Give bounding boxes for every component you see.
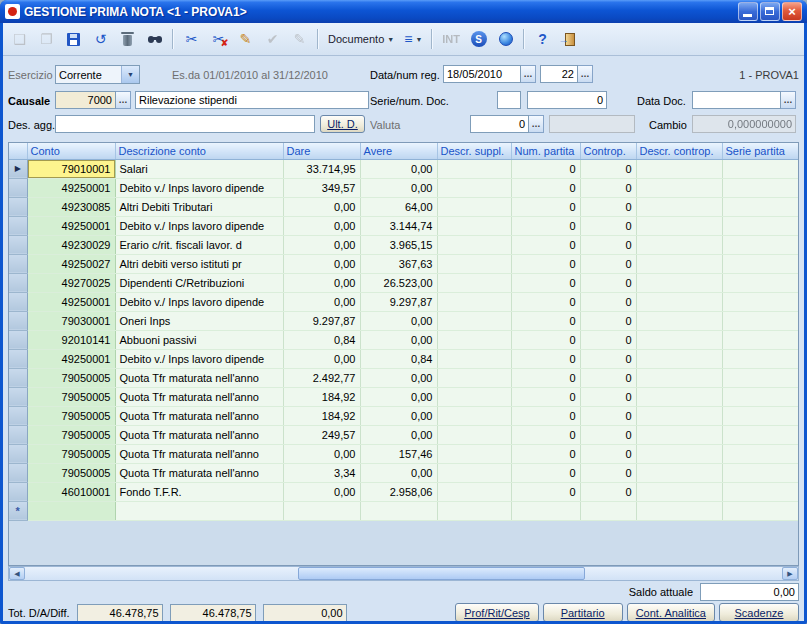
cell-dare[interactable]: 184,92 [283,406,360,425]
cell-serie-partita[interactable] [722,235,798,254]
cell-descrizione[interactable]: Abbuoni passivi [115,330,283,349]
cell-controp[interactable]: 0 [580,406,636,425]
cell-avere[interactable]: 3.144,74 [360,216,437,235]
col-header-descr-controp[interactable]: Descr. controp. [636,143,722,159]
cell-serie-partita[interactable] [722,159,798,178]
row-selector[interactable] [9,406,27,425]
row-selector[interactable] [9,387,27,406]
cell-avere[interactable]: 0,00 [360,368,437,387]
cell-conto[interactable]: 79050005 [27,444,115,463]
cell-num-partita[interactable]: 0 [511,159,580,178]
cell-num-partita[interactable]: 0 [511,330,580,349]
cell-serie-partita[interactable] [722,273,798,292]
cell-descrizione[interactable]: Quota Tfr maturata nell'anno [115,425,283,444]
delete-button[interactable] [115,27,140,51]
row-selector[interactable] [9,330,27,349]
scrollbar-track[interactable] [25,567,782,580]
table-row[interactable]: 79050005 Quota Tfr maturata nell'anno 0,… [9,444,798,463]
cell-descr-suppl[interactable] [437,235,511,254]
cell-descr-suppl[interactable] [437,197,511,216]
cell-dare[interactable]: 33.714,95 [283,159,360,178]
row-selector[interactable] [9,444,27,463]
cell-serie-partita[interactable] [722,501,798,520]
cell-num-partita[interactable]: 0 [511,311,580,330]
cell-avere[interactable]: 0,00 [360,330,437,349]
cell-descr-suppl[interactable] [437,216,511,235]
cell-serie-partita[interactable] [722,330,798,349]
cell-conto[interactable]: 79050005 [27,387,115,406]
cell-conto[interactable]: 46010001 [27,482,115,501]
s-button[interactable]: S [466,27,491,51]
row-selector[interactable] [9,197,27,216]
causale-lookup-button[interactable]: … [116,91,131,109]
row-selector[interactable] [9,368,27,387]
valuta-lookup-button[interactable]: … [529,115,544,133]
cell-dare[interactable]: 0,00 [283,235,360,254]
cell-descrizione[interactable]: Altri Debiti Tributari [115,197,283,216]
num-doc-input[interactable]: 0 [527,91,607,109]
col-header-serie-partita[interactable]: Serie partita [722,143,798,159]
cell-descr-controp[interactable] [636,235,722,254]
cell-conto[interactable]: 49250001 [27,178,115,197]
help-button[interactable]: ? [530,27,555,51]
cell-num-partita[interactable]: 0 [511,273,580,292]
cell-descrizione[interactable]: Quota Tfr maturata nell'anno [115,463,283,482]
cell-dare[interactable]: 0,00 [283,482,360,501]
causale-code-input[interactable]: 7000 [55,91,116,109]
cell-num-partita[interactable]: 0 [511,254,580,273]
cell-controp[interactable]: 0 [580,387,636,406]
cell-controp[interactable]: 0 [580,273,636,292]
row-selector[interactable] [9,463,27,482]
cell-num-partita[interactable]: 0 [511,463,580,482]
cell-avere[interactable]: 0,00 [360,159,437,178]
cell-controp[interactable]: 0 [580,254,636,273]
table-row[interactable]: 49230029 Erario c/rit. fiscali lavor. d … [9,235,798,254]
cell-descr-controp[interactable] [636,444,722,463]
cell-descr-suppl[interactable] [437,159,511,178]
data-doc-input[interactable] [692,91,781,109]
row-selector[interactable] [9,178,27,197]
scadenze-button[interactable]: Scadenze [719,603,799,621]
cell-controp[interactable]: 0 [580,349,636,368]
cell-controp[interactable]: 0 [580,482,636,501]
table-row[interactable]: 49250001 Debito v./ Inps lavoro dipende … [9,178,798,197]
data-doc-lookup-button[interactable]: … [781,91,796,109]
maximize-button[interactable] [760,2,780,21]
cell-descrizione[interactable]: Erario c/rit. fiscali lavor. d [115,235,283,254]
cell-avere[interactable]: 367,63 [360,254,437,273]
cell-serie-partita[interactable] [722,387,798,406]
int-button[interactable]: INT [438,27,464,51]
cell-descr-controp[interactable] [636,159,722,178]
cell-dare[interactable] [283,501,360,520]
table-row[interactable]: 79050005 Quota Tfr maturata nell'anno 18… [9,387,798,406]
col-header-controp[interactable]: Controp. [580,143,636,159]
cell-serie-partita[interactable] [722,216,798,235]
des-agg-input[interactable] [55,115,315,133]
cell-controp[interactable]: 0 [580,330,636,349]
close-button[interactable]: × [782,2,802,21]
cell-descr-controp[interactable] [636,330,722,349]
cell-serie-partita[interactable] [722,197,798,216]
cell-avere[interactable] [360,501,437,520]
cell-controp[interactable]: 0 [580,159,636,178]
cell-num-partita[interactable] [511,501,580,520]
cell-descr-controp[interactable] [636,463,722,482]
find-button[interactable] [142,27,167,51]
edit-confirm-button[interactable]: ✎ [233,27,258,51]
cell-num-partita[interactable]: 0 [511,235,580,254]
cell-descr-controp[interactable] [636,406,722,425]
col-header-num-partita[interactable]: Num. partita [511,143,580,159]
cell-conto[interactable]: 49230085 [27,197,115,216]
cell-descr-suppl[interactable] [437,406,511,425]
cell-conto[interactable]: 79010001 [27,159,115,178]
table-row[interactable]: 49250001 Debito v./ Inps lavoro dipende … [9,349,798,368]
cell-serie-partita[interactable] [722,482,798,501]
open-document-button[interactable]: ❐ [34,27,59,51]
cell-dare[interactable]: 0,84 [283,330,360,349]
partitario-button[interactable]: Partitario [543,603,623,621]
cell-controp[interactable]: 0 [580,463,636,482]
cell-avere[interactable]: 0,00 [360,406,437,425]
cell-controp[interactable]: 0 [580,311,636,330]
cell-controp[interactable]: 0 [580,216,636,235]
cell-dare[interactable]: 0,00 [283,444,360,463]
